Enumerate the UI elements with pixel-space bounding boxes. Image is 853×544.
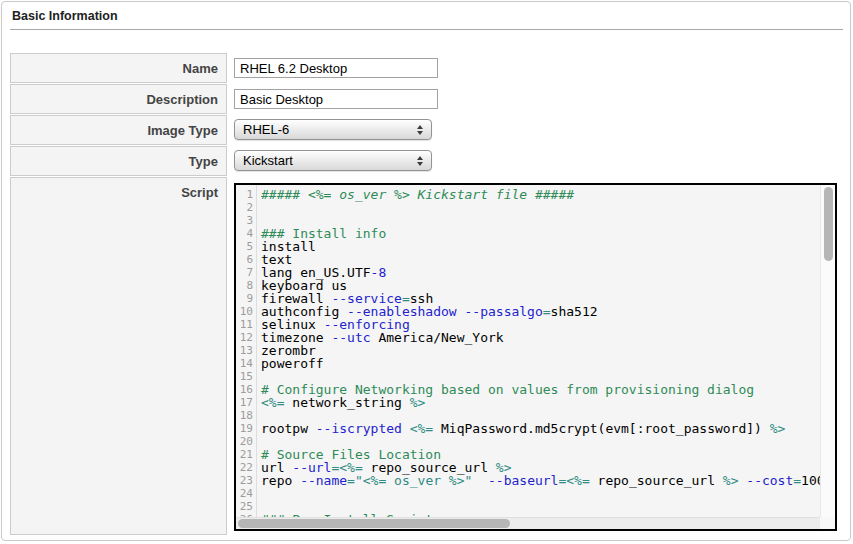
code-line[interactable]: install <box>261 240 820 253</box>
line-number: 4 <box>236 227 253 240</box>
name-input[interactable] <box>234 58 438 78</box>
image-type-selected-value: RHEL-6 <box>235 122 417 137</box>
code-line[interactable]: zerombr <box>261 344 820 357</box>
line-number: 21 <box>236 448 253 461</box>
editor-line-number-gutter: 1234567891011121314151617181920212223242… <box>236 185 257 517</box>
type-select[interactable]: Kickstart <box>234 150 432 171</box>
arrow-down-icon <box>417 131 423 135</box>
editor-code-area[interactable]: ##### <%= os_ver %> Kickstart file #####… <box>257 185 820 517</box>
scrollbar-corner <box>820 517 835 529</box>
code-line[interactable]: poweroff <box>261 357 820 370</box>
code-line[interactable]: <%= network_string %> <box>261 396 820 409</box>
code-line[interactable] <box>261 487 820 500</box>
name-label: Name <box>183 61 218 76</box>
code-line[interactable] <box>261 201 820 214</box>
line-number: 25 <box>236 500 253 513</box>
editor-vertical-scrollbar[interactable] <box>820 185 835 517</box>
basic-information-panel: Basic Information Name Description Image… <box>1 1 851 541</box>
description-input[interactable] <box>234 89 438 109</box>
line-number: 2 <box>236 201 253 214</box>
editor-horizontal-scrollbar[interactable] <box>236 517 820 529</box>
line-number: 18 <box>236 409 253 422</box>
code-line[interactable]: rootpw --iscrypted <%= MiqPassword.md5cr… <box>261 422 820 435</box>
line-number: 12 <box>236 331 253 344</box>
line-number: 6 <box>236 253 253 266</box>
line-number: 13 <box>236 344 253 357</box>
line-number: 23 <box>236 474 253 487</box>
line-number: 10 <box>236 305 253 318</box>
arrow-up-icon <box>417 156 423 160</box>
line-number: 16 <box>236 383 253 396</box>
code-line[interactable]: timezone --utc America/New_York <box>261 331 820 344</box>
arrow-down-icon <box>417 162 423 166</box>
line-number: 9 <box>236 292 253 305</box>
field-row-type: Type <box>10 146 227 176</box>
line-number: 5 <box>236 240 253 253</box>
line-number: 8 <box>236 279 253 292</box>
select-stepper-arrows-icon <box>417 156 423 166</box>
field-row-script: Script <box>10 177 227 535</box>
line-number: 19 <box>236 422 253 435</box>
select-stepper-arrows-icon <box>417 125 423 135</box>
arrow-up-icon <box>417 125 423 129</box>
line-number: 20 <box>236 435 253 448</box>
line-number: 22 <box>236 461 253 474</box>
line-number: 14 <box>236 357 253 370</box>
field-row-image-type: Image Type <box>10 115 227 145</box>
line-number: 11 <box>236 318 253 331</box>
line-number: 3 <box>236 214 253 227</box>
script-editor[interactable]: 1234567891011121314151617181920212223242… <box>234 183 837 531</box>
line-number: 15 <box>236 370 253 383</box>
type-label: Type <box>189 154 218 169</box>
line-number: 17 <box>236 396 253 409</box>
code-line[interactable]: ### Install info <box>261 227 820 240</box>
type-selected-value: Kickstart <box>235 153 417 168</box>
field-row-name: Name <box>10 53 227 83</box>
code-line[interactable]: ##### <%= os_ver %> Kickstart file ##### <box>261 188 820 201</box>
horizontal-scrollbar-thumb[interactable] <box>238 519 510 528</box>
editor-viewport[interactable]: 1234567891011121314151617181920212223242… <box>236 185 820 517</box>
description-label: Description <box>146 92 218 107</box>
line-number: 24 <box>236 487 253 500</box>
image-type-label: Image Type <box>147 123 218 138</box>
field-row-description: Description <box>10 84 227 114</box>
vertical-scrollbar-thumb[interactable] <box>824 187 833 261</box>
script-label: Script <box>181 185 218 200</box>
code-line[interactable]: repo --name="<%= os_ver %>" --baseurl=<%… <box>261 474 820 487</box>
line-number: 1 <box>236 188 253 201</box>
image-type-select[interactable]: RHEL-6 <box>234 119 432 140</box>
header-divider <box>10 29 843 30</box>
line-number: 7 <box>236 266 253 279</box>
panel-title: Basic Information <box>12 9 118 23</box>
